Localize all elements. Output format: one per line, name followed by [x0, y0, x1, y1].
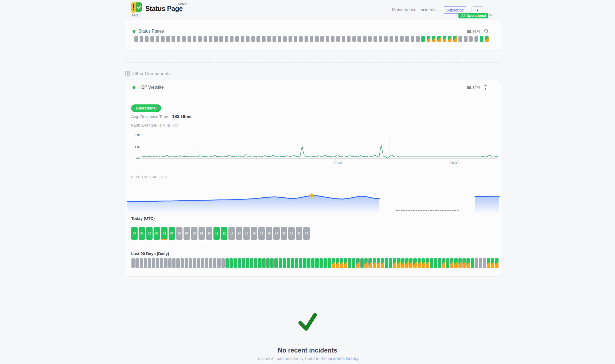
day-block[interactable]	[385, 258, 388, 268]
day-block[interactable]	[446, 258, 449, 268]
day-block[interactable]	[315, 258, 318, 268]
uptime-bar[interactable]	[140, 36, 143, 42]
day-block[interactable]	[144, 258, 147, 268]
uptime-bar[interactable]	[161, 36, 164, 42]
hour-block-19[interactable]: 19	[273, 227, 280, 240]
day-block[interactable]	[225, 258, 229, 268]
hour-block-06[interactable]: 06	[176, 227, 182, 240]
day-block[interactable]	[495, 258, 498, 268]
day-block[interactable]	[483, 258, 486, 268]
day-block[interactable]	[283, 258, 286, 268]
hour-block-07[interactable]: 07	[184, 227, 190, 240]
uptime-bar[interactable]	[177, 36, 180, 42]
day-block[interactable]	[328, 258, 331, 268]
hour-block-04[interactable]: 04	[161, 227, 168, 240]
day-block[interactable]	[397, 258, 400, 268]
uptime-bar[interactable]	[230, 36, 233, 42]
day-block[interactable]	[229, 258, 233, 268]
hour-block-18[interactable]: 18	[266, 227, 272, 240]
day-block[interactable]	[450, 258, 453, 268]
uptime-bar[interactable]	[474, 36, 478, 42]
uptime-bar[interactable]	[347, 36, 351, 42]
hour-block-09[interactable]: 09	[198, 227, 205, 240]
subscribe-button[interactable]: Subscribe	[443, 6, 467, 14]
uptime-bar[interactable]	[305, 36, 308, 42]
uptime-bar[interactable]	[480, 36, 483, 42]
uptime-bar[interactable]	[485, 36, 489, 42]
uptime-bar[interactable]	[273, 36, 276, 42]
uptime-bar[interactable]	[262, 36, 265, 42]
uptime-bar[interactable]	[326, 36, 329, 42]
day-block[interactable]	[340, 258, 343, 268]
hour-block-22[interactable]: 22	[296, 227, 302, 240]
day-block[interactable]	[475, 258, 478, 268]
uptime-bar[interactable]	[320, 36, 324, 42]
uptime-bar[interactable]	[453, 36, 457, 42]
day-block[interactable]	[295, 258, 298, 268]
uptime-bar[interactable]	[432, 36, 435, 42]
day-block[interactable]	[213, 258, 216, 268]
day-block[interactable]	[307, 258, 310, 268]
day-block[interactable]	[201, 258, 204, 268]
uptime-bar[interactable]	[145, 36, 149, 42]
day-block[interactable]	[238, 258, 241, 268]
hour-block-00[interactable]: 00	[131, 227, 138, 240]
day-block[interactable]	[131, 258, 135, 268]
uptime-bar[interactable]	[256, 36, 260, 42]
uptime-bar[interactable]	[379, 36, 382, 42]
uptime-bar[interactable]	[219, 36, 223, 42]
uptime-bar[interactable]	[416, 36, 419, 42]
day-block[interactable]	[205, 258, 208, 268]
day-block[interactable]	[487, 258, 490, 268]
day-block[interactable]	[262, 258, 266, 268]
day-block[interactable]	[430, 258, 433, 268]
day-block[interactable]	[393, 258, 396, 268]
day-block[interactable]	[160, 258, 163, 268]
hour-block-14[interactable]: 14	[236, 227, 242, 240]
uptime-bar[interactable]	[443, 36, 446, 42]
uptime-bar[interactable]	[204, 36, 207, 42]
uptime-bar[interactable]	[278, 36, 281, 42]
uptime-bar[interactable]	[427, 36, 430, 42]
uptime-bar[interactable]	[437, 36, 441, 42]
uptime-bar[interactable]	[352, 36, 356, 42]
day-block[interactable]	[324, 258, 327, 268]
day-block[interactable]	[381, 258, 384, 268]
uptime-bar[interactable]	[390, 36, 393, 42]
day-block[interactable]	[491, 258, 494, 268]
uptime-bar[interactable]	[421, 36, 425, 42]
nav-maintenance[interactable]: Maintenance	[392, 7, 417, 12]
day-block[interactable]	[401, 258, 404, 268]
day-block[interactable]	[176, 258, 180, 268]
day-block[interactable]	[217, 258, 220, 268]
uptime-bar[interactable]	[241, 36, 244, 42]
hour-block-15[interactable]: 15	[243, 227, 250, 240]
day-block[interactable]	[303, 258, 306, 268]
theme-toggle-button[interactable]: ◐	[472, 6, 484, 14]
day-block[interactable]	[320, 258, 323, 268]
hour-block-23[interactable]: 23	[303, 227, 310, 240]
hour-block-08[interactable]: 08	[191, 227, 197, 240]
day-block[interactable]	[185, 258, 188, 268]
day-block[interactable]	[348, 258, 351, 268]
hour-block-11[interactable]: 11	[213, 227, 220, 240]
day-block[interactable]	[389, 258, 392, 268]
uptime-bar[interactable]	[336, 36, 340, 42]
hour-block-05[interactable]: 05	[169, 227, 175, 240]
hour-block-03[interactable]: 03	[154, 227, 160, 240]
day-block[interactable]	[189, 258, 192, 268]
hour-block-16[interactable]: 16	[251, 227, 257, 240]
day-block[interactable]	[197, 258, 200, 268]
day-block[interactable]	[422, 258, 425, 268]
logo[interactable]: Status Page hosted	[130, 2, 183, 15]
day-block[interactable]	[471, 258, 474, 268]
day-block[interactable]	[373, 258, 376, 268]
day-block[interactable]	[413, 258, 417, 268]
day-block[interactable]	[438, 258, 441, 268]
incidents-history-link[interactable]: incidents history	[328, 356, 358, 361]
day-block[interactable]	[462, 258, 466, 268]
uptime-bar[interactable]	[172, 36, 175, 42]
nav-incidents[interactable]: Incidents	[419, 7, 437, 12]
hour-block-02[interactable]: 02	[146, 227, 153, 240]
hour-block-01[interactable]: 01	[139, 227, 145, 240]
